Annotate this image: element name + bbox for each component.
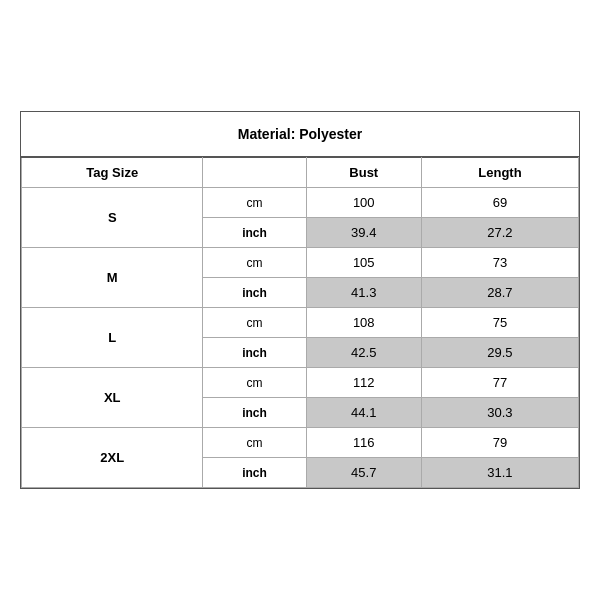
chart-title: Material: Polyester (21, 112, 579, 157)
bust-inch-value: 42.5 (306, 338, 421, 368)
bust-cm-value: 105 (306, 248, 421, 278)
size-chart-container: Material: Polyester Tag Size Bust Length… (20, 111, 580, 489)
table-row: 2XLcm11679 (22, 428, 579, 458)
unit-label-inch: inch (203, 338, 306, 368)
length-inch-value: 27.2 (421, 218, 578, 248)
unit-label-cm: cm (203, 428, 306, 458)
table-row: Mcm10573 (22, 248, 579, 278)
tag-size-cell: XL (22, 368, 203, 428)
table-row: Lcm10875 (22, 308, 579, 338)
length-cm-value: 77 (421, 368, 578, 398)
bust-inch-value: 39.4 (306, 218, 421, 248)
tag-size-cell: 2XL (22, 428, 203, 488)
bust-cm-value: 112 (306, 368, 421, 398)
unit-label-cm: cm (203, 368, 306, 398)
length-cm-value: 69 (421, 188, 578, 218)
unit-header (203, 158, 306, 188)
tag-size-cell: S (22, 188, 203, 248)
length-inch-value: 31.1 (421, 458, 578, 488)
unit-label-cm: cm (203, 248, 306, 278)
length-header: Length (421, 158, 578, 188)
length-inch-value: 30.3 (421, 398, 578, 428)
unit-label-inch: inch (203, 458, 306, 488)
table-row: XLcm11277 (22, 368, 579, 398)
bust-header: Bust (306, 158, 421, 188)
length-cm-value: 79 (421, 428, 578, 458)
length-inch-value: 29.5 (421, 338, 578, 368)
unit-label-inch: inch (203, 278, 306, 308)
tag-size-cell: M (22, 248, 203, 308)
table-header: Tag Size Bust Length (22, 158, 579, 188)
length-cm-value: 75 (421, 308, 578, 338)
tag-size-cell: L (22, 308, 203, 368)
length-inch-value: 28.7 (421, 278, 578, 308)
unit-label-inch: inch (203, 218, 306, 248)
bust-inch-value: 44.1 (306, 398, 421, 428)
bust-inch-value: 41.3 (306, 278, 421, 308)
bust-cm-value: 100 (306, 188, 421, 218)
length-cm-value: 73 (421, 248, 578, 278)
unit-label-cm: cm (203, 188, 306, 218)
unit-label-cm: cm (203, 308, 306, 338)
unit-label-inch: inch (203, 398, 306, 428)
size-table: Tag Size Bust Length Scm10069inch39.427.… (21, 157, 579, 488)
table-row: Scm10069 (22, 188, 579, 218)
bust-cm-value: 116 (306, 428, 421, 458)
bust-cm-value: 108 (306, 308, 421, 338)
bust-inch-value: 45.7 (306, 458, 421, 488)
tag-size-header: Tag Size (22, 158, 203, 188)
